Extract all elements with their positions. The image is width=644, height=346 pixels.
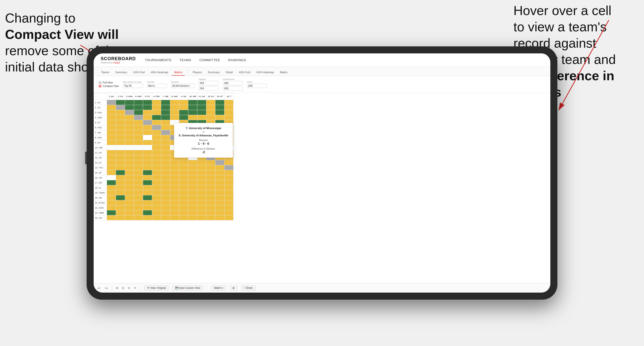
matrix-cell[interactable] xyxy=(206,115,215,120)
matrix-cell[interactable] xyxy=(143,155,152,160)
matrix-cell[interactable] xyxy=(197,110,206,115)
matrix-cell[interactable] xyxy=(152,140,161,145)
matrix-cell[interactable] xyxy=(152,125,161,130)
matrix-cell[interactable] xyxy=(215,190,224,195)
matrix-cell[interactable] xyxy=(170,180,179,185)
matrix-cell[interactable] xyxy=(134,180,143,185)
matrix-cell[interactable] xyxy=(134,160,143,165)
matrix-cell[interactable] xyxy=(215,185,224,190)
team-select[interactable]: (All) xyxy=(247,84,267,88)
nav-teams[interactable]: TEAMS xyxy=(180,58,191,62)
matrix-cell[interactable] xyxy=(170,165,179,170)
matrix-cell[interactable] xyxy=(143,135,152,140)
matrix-cell[interactable] xyxy=(125,145,134,150)
matrix-cell[interactable] xyxy=(134,100,143,105)
tab-h2h-grid[interactable]: H2H Grid xyxy=(131,69,147,76)
matrix-cell[interactable] xyxy=(206,180,215,185)
matrix-cell[interactable] xyxy=(116,110,125,115)
matrix-cell[interactable] xyxy=(143,165,152,170)
matrix-cell[interactable] xyxy=(116,210,125,215)
matrix-cell[interactable] xyxy=(197,195,206,200)
matrix-cell[interactable] xyxy=(161,120,170,125)
matrix-cell[interactable] xyxy=(143,215,152,220)
matrix-cell[interactable] xyxy=(215,165,224,170)
matrix-cell[interactable] xyxy=(125,160,134,165)
matrix-cell[interactable] xyxy=(161,200,170,205)
matrix-cell[interactable] xyxy=(188,175,197,180)
nav-rankings[interactable]: RANKINGS xyxy=(228,58,246,62)
division-select[interactable]: NCAA Division I xyxy=(171,84,195,88)
matrix-cell[interactable] xyxy=(125,185,134,190)
matrix-cell[interactable] xyxy=(188,170,197,175)
matrix-cell[interactable] xyxy=(116,120,125,125)
matrix-cell[interactable] xyxy=(224,105,233,110)
matrix-cell[interactable] xyxy=(134,195,143,200)
save-custom-view-button[interactable]: 💾 Save Custom View xyxy=(172,286,203,290)
matrix-cell[interactable] xyxy=(116,165,125,170)
full-view-option[interactable]: Full View xyxy=(99,81,119,84)
tab-players-summary[interactable]: Summary xyxy=(205,69,222,76)
matrix-cell[interactable] xyxy=(134,175,143,180)
matrix-cell[interactable] xyxy=(143,200,152,205)
matrix-cell[interactable] xyxy=(197,105,206,110)
matrix-cell[interactable] xyxy=(206,195,215,200)
matrix-cell[interactable] xyxy=(161,215,170,220)
matrix-cell[interactable] xyxy=(107,190,116,195)
tab-players[interactable]: Players xyxy=(190,69,204,76)
matrix-cell[interactable] xyxy=(170,210,179,215)
matrix-cell[interactable] xyxy=(107,165,116,170)
matrix-cell[interactable] xyxy=(224,190,233,195)
matrix-cell[interactable] xyxy=(170,115,179,120)
matrix-cell[interactable] xyxy=(206,215,215,220)
matrix-cell[interactable] xyxy=(188,185,197,190)
matrix-cell[interactable] xyxy=(107,105,116,110)
matrix-cell[interactable] xyxy=(143,100,152,105)
matrix-cell[interactable] xyxy=(179,210,188,215)
matrix-cell[interactable] xyxy=(206,100,215,105)
matrix-cell[interactable] xyxy=(107,145,116,150)
matrix-cell[interactable] xyxy=(116,195,125,200)
matrix-cell[interactable] xyxy=(152,195,161,200)
matrix-cell[interactable] xyxy=(143,195,152,200)
matrix-cell[interactable] xyxy=(116,160,125,165)
matrix-cell[interactable] xyxy=(224,160,233,165)
matrix-cell[interactable] xyxy=(206,160,215,165)
toolbar-refresh-icon[interactable]: ⟳ xyxy=(134,287,136,289)
conference-select-1[interactable]: (All) xyxy=(223,81,243,85)
matrix-cell[interactable] xyxy=(116,140,125,145)
matrix-cell[interactable] xyxy=(179,195,188,200)
matrix-cell[interactable] xyxy=(206,200,215,205)
matrix-cell[interactable] xyxy=(179,205,188,210)
tab-h2h-heatmap[interactable]: H2H Heatmap xyxy=(148,69,171,76)
matrix-cell[interactable] xyxy=(152,185,161,190)
matrix-cell[interactable] xyxy=(170,100,179,105)
matrix-cell[interactable] xyxy=(197,215,206,220)
matrix-cell[interactable] xyxy=(107,120,116,125)
matrix-cell[interactable] xyxy=(116,115,125,120)
matrix-cell[interactable] xyxy=(161,105,170,110)
matrix-cell[interactable] xyxy=(179,180,188,185)
matrix-cell[interactable] xyxy=(134,120,143,125)
matrix-cell[interactable] xyxy=(152,105,161,110)
matrix-cell[interactable] xyxy=(143,170,152,175)
matrix-cell[interactable] xyxy=(152,190,161,195)
matrix-cell[interactable] xyxy=(224,175,233,180)
matrix-cell[interactable] xyxy=(215,210,224,215)
matrix-cell[interactable] xyxy=(170,190,179,195)
matrix-cell[interactable] xyxy=(116,175,125,180)
matrix-cell[interactable] xyxy=(152,215,161,220)
matrix-cell[interactable] xyxy=(107,205,116,210)
matrix-cell[interactable] xyxy=(125,150,134,155)
matrix-cell[interactable] xyxy=(116,150,125,155)
matrix-cell[interactable] xyxy=(107,170,116,175)
matrix-cell[interactable] xyxy=(134,130,143,135)
matrix-cell[interactable] xyxy=(143,150,152,155)
tab-summary[interactable]: Summary xyxy=(113,69,130,76)
share-button[interactable]: ⤴ Share xyxy=(241,286,255,290)
matrix-cell[interactable] xyxy=(152,200,161,205)
matrix-cell[interactable] xyxy=(143,210,152,215)
matrix-cell[interactable] xyxy=(107,125,116,130)
matrix-cell[interactable] xyxy=(143,180,152,185)
matrix-cell[interactable] xyxy=(161,110,170,115)
max-teams-select[interactable]: Top 50 xyxy=(123,84,143,88)
